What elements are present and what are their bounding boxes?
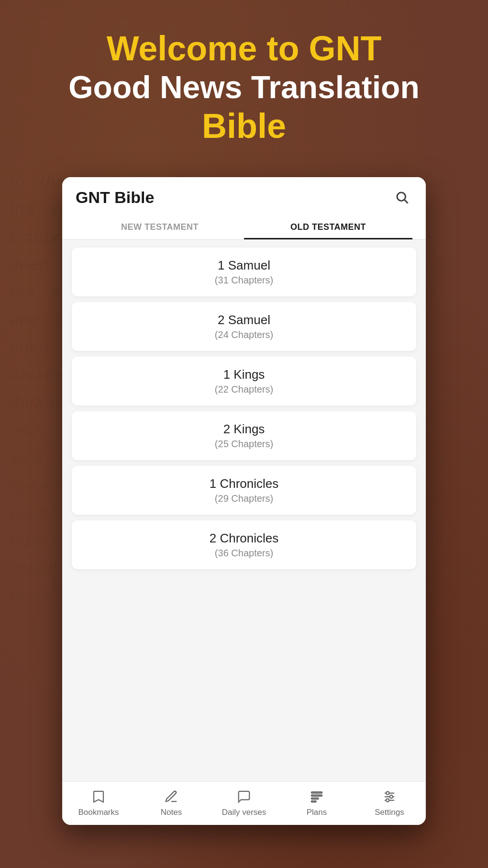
book-chapters: (24 Chapters) — [81, 329, 407, 340]
book-card-1-chronicles[interactable]: 1 Chronicles(29 Chapters) — [72, 466, 416, 515]
nav-label-bookmarks: Bookmarks — [78, 808, 119, 817]
book-name: 1 Samuel — [81, 258, 407, 273]
nav-label-settings: Settings — [375, 808, 404, 817]
book-name: 2 Kings — [81, 422, 407, 437]
book-name: 2 Chronicles — [81, 531, 407, 546]
book-chapters: (29 Chapters) — [81, 493, 407, 504]
tab-new-testament[interactable]: NEW TESTAMENT — [76, 215, 244, 239]
svg-point-10 — [390, 795, 393, 798]
nav-item-daily-verses[interactable]: Daily verses — [208, 789, 280, 817]
sliders-nav-icon — [381, 789, 398, 805]
list-nav-icon — [309, 789, 325, 805]
book-card-2-kings[interactable]: 2 Kings(25 Chapters) — [72, 411, 416, 460]
book-name: 1 Kings — [81, 367, 407, 382]
svg-point-11 — [386, 799, 389, 801]
book-chapters: (22 Chapters) — [81, 384, 407, 395]
nav-item-plans[interactable]: Plans — [280, 789, 353, 817]
nav-item-bookmarks[interactable]: Bookmarks — [62, 789, 135, 817]
app-card: GNT Bible NEW TESTAMENT OLD TESTAMENT 1 … — [62, 177, 426, 825]
bottom-nav: BookmarksNotesDaily versesPlansSettings — [62, 781, 426, 825]
book-name: 2 Samuel — [81, 313, 407, 327]
svg-point-9 — [386, 791, 389, 794]
book-card-1-kings[interactable]: 1 Kings(22 Chapters) — [72, 357, 416, 406]
svg-point-0 — [397, 192, 406, 201]
bookmark-nav-icon — [90, 789, 107, 805]
chat-icon — [237, 789, 251, 804]
svg-line-1 — [405, 200, 408, 203]
books-list: 1 Samuel(31 Chapters)2 Samuel(24 Chapter… — [62, 240, 426, 781]
nav-label-plans: Plans — [307, 808, 327, 817]
hero-line2: Good News Translation — [38, 68, 450, 106]
hero-line3: Bible — [38, 106, 450, 146]
nav-item-settings[interactable]: Settings — [353, 789, 426, 817]
tabs-row: NEW TESTAMENT OLD TESTAMENT — [76, 215, 412, 239]
hero-header: Welcome to GNT Good News Translation Bib… — [0, 29, 488, 146]
book-card-2-chronicles[interactable]: 2 Chronicles(36 Chapters) — [72, 520, 416, 569]
nav-label-notes: Notes — [161, 808, 182, 817]
app-header: GNT Bible NEW TESTAMENT OLD TESTAMENT — [62, 177, 426, 240]
tab-old-testament[interactable]: OLD TESTAMENT — [244, 215, 412, 239]
sliders-icon — [382, 789, 397, 804]
book-card-2-samuel[interactable]: 2 Samuel(24 Chapters) — [72, 302, 416, 351]
book-chapters: (31 Chapters) — [81, 275, 407, 286]
nav-item-notes[interactable]: Notes — [135, 789, 208, 817]
pencil-icon — [164, 789, 178, 804]
svg-rect-4 — [311, 798, 319, 800]
book-card-1-samuel[interactable]: 1 Samuel(31 Chapters) — [72, 248, 416, 296]
svg-rect-2 — [311, 792, 322, 793]
hero-line1: Welcome to GNT — [38, 29, 450, 68]
bookmark-icon — [91, 789, 106, 804]
book-chapters: (25 Chapters) — [81, 439, 407, 450]
list-icon — [310, 789, 324, 804]
book-chapters: (36 Chapters) — [81, 548, 407, 559]
book-name: 1 Chronicles — [81, 476, 407, 491]
svg-rect-3 — [311, 795, 322, 796]
app-title: GNT Bible — [76, 188, 154, 207]
chat-nav-icon — [236, 789, 252, 805]
nav-label-daily-verses: Daily verses — [222, 808, 266, 817]
svg-rect-5 — [311, 801, 316, 802]
search-button[interactable] — [391, 187, 412, 208]
search-icon — [395, 190, 409, 204]
pencil-nav-icon — [163, 789, 179, 805]
